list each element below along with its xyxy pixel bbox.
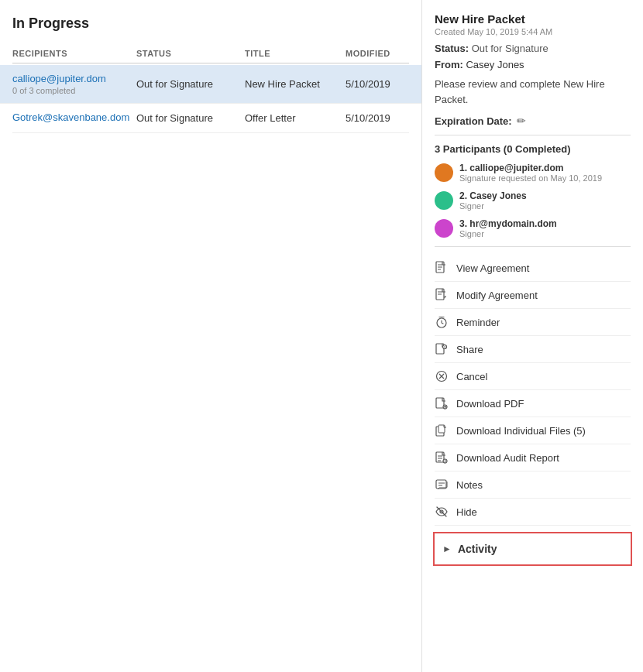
status-cell: Out for Signature bbox=[136, 111, 245, 125]
page-title: In Progress bbox=[12, 15, 409, 32]
download-audit-action[interactable]: Download Audit Report bbox=[435, 444, 631, 471]
col-modified: MODIFIED bbox=[346, 49, 423, 58]
participants-header: 3 Participants (0 Completed) bbox=[435, 143, 631, 155]
participant-info: 3. hr@mydomain.dom Signer bbox=[459, 218, 557, 238]
notes-label: Notes bbox=[456, 479, 483, 491]
status-label: Status: bbox=[435, 43, 469, 54]
doc-icon bbox=[435, 261, 449, 275]
action-list: View Agreement Modify Agreement bbox=[435, 255, 631, 526]
notes-action[interactable]: Notes bbox=[435, 471, 631, 499]
reminder-action[interactable]: Reminder bbox=[435, 309, 631, 336]
cancel-label: Cancel bbox=[456, 371, 487, 382]
participant-sub: Signature requested on May 10, 2019 bbox=[459, 173, 602, 183]
detail-message: Please review and complete New Hire Pack… bbox=[435, 77, 631, 107]
table-header: RECIPIENTS STATUS TITLE MODIFIED bbox=[12, 44, 409, 63]
recipient-cell: Gotrek@skavenbane.dom bbox=[12, 111, 136, 125]
doc-edit-icon bbox=[435, 288, 449, 302]
avatar bbox=[435, 163, 453, 182]
notes-icon bbox=[435, 478, 449, 492]
table-row[interactable]: Gotrek@skavenbane.dom Out for Signature … bbox=[12, 104, 409, 133]
table-row[interactable]: calliope@jupiter.dom 0 of 3 completed Ou… bbox=[0, 65, 421, 104]
modify-agreement-label: Modify Agreement bbox=[456, 290, 538, 301]
from-value: Casey Jones bbox=[466, 59, 524, 70]
participant-info: 2. Casey Jones Signer bbox=[459, 190, 527, 211]
participant-item: 1. calliope@jupiter.dom Signature reques… bbox=[435, 163, 631, 183]
edit-expiry-icon[interactable]: ✏ bbox=[517, 115, 526, 127]
col-status: STATUS bbox=[136, 49, 245, 58]
participant-number-name: 3. hr@mydomain.dom bbox=[459, 218, 557, 229]
recipient-sub: 0 of 3 completed bbox=[12, 86, 136, 95]
detail-created: Created May 10, 2019 5:44 AM bbox=[435, 27, 631, 36]
clock-icon bbox=[435, 315, 449, 329]
detail-status: Status: Out for Signature bbox=[435, 43, 631, 54]
title-cell: Offer Letter bbox=[245, 111, 346, 125]
reminder-label: Reminder bbox=[456, 317, 500, 328]
hide-icon bbox=[435, 505, 449, 519]
activity-label: Activity bbox=[458, 543, 497, 555]
detail-from: From: Casey Jones bbox=[435, 59, 631, 70]
status-value: Out for Signature bbox=[472, 43, 548, 54]
files-icon bbox=[435, 423, 449, 437]
download-audit-label: Download Audit Report bbox=[456, 452, 559, 464]
col-recipients: RECIPIENTS bbox=[12, 49, 136, 58]
expiry-label: Expiration Date: bbox=[435, 115, 512, 127]
modify-agreement-action[interactable]: Modify Agreement bbox=[435, 282, 631, 309]
share-action[interactable]: Share bbox=[435, 336, 631, 363]
view-agreement-label: View Agreement bbox=[456, 262, 529, 274]
divider bbox=[435, 135, 631, 135]
hide-label: Hide bbox=[456, 506, 477, 518]
download-pdf-action[interactable]: Download PDF bbox=[435, 390, 631, 417]
participant-item: 3. hr@mydomain.dom Signer bbox=[435, 218, 631, 238]
view-agreement-action[interactable]: View Agreement bbox=[435, 255, 631, 282]
hide-action[interactable]: Hide bbox=[435, 499, 631, 526]
recipient-email: Gotrek@skavenbane.dom bbox=[12, 111, 136, 123]
avatar bbox=[435, 219, 453, 238]
recipient-cell: calliope@jupiter.dom 0 of 3 completed bbox=[12, 73, 136, 95]
participant-sub: Signer bbox=[459, 201, 527, 211]
svg-rect-12 bbox=[436, 480, 446, 489]
avatar bbox=[435, 191, 453, 210]
participant-number-name: 1. calliope@jupiter.dom bbox=[459, 163, 602, 173]
share-icon bbox=[435, 342, 449, 356]
cancel-icon bbox=[435, 369, 449, 383]
title-cell: New Hire Packet bbox=[245, 73, 346, 95]
left-panel: In Progress RECIPIENTS STATUS TITLE MODI… bbox=[0, 0, 422, 672]
col-title: TITLE bbox=[245, 49, 346, 58]
modified-cell: 5/10/2019 bbox=[346, 111, 423, 125]
participant-item: 2. Casey Jones Signer bbox=[435, 190, 631, 211]
cancel-action[interactable]: Cancel bbox=[435, 363, 631, 390]
download-pdf-label: Download PDF bbox=[456, 398, 524, 410]
download-individual-label: Download Individual Files (5) bbox=[456, 425, 586, 437]
share-label: Share bbox=[456, 344, 483, 355]
recipient-email: calliope@jupiter.dom bbox=[12, 73, 136, 84]
detail-title: New Hire Packet bbox=[435, 12, 631, 26]
participant-number-name: 2. Casey Jones bbox=[459, 190, 527, 201]
right-panel: New Hire Packet Created May 10, 2019 5:4… bbox=[422, 0, 643, 672]
participant-sub: Signer bbox=[459, 229, 557, 238]
modified-cell: 5/10/2019 bbox=[346, 73, 423, 95]
divider-2 bbox=[435, 246, 631, 247]
from-label: From: bbox=[435, 59, 463, 70]
download-individual-action[interactable]: Download Individual Files (5) bbox=[435, 417, 631, 444]
chevron-right-icon: ► bbox=[442, 543, 452, 554]
detail-expiry: Expiration Date: ✏ bbox=[435, 115, 631, 127]
participant-info: 1. calliope@jupiter.dom Signature reques… bbox=[459, 163, 602, 183]
activity-bar[interactable]: ► Activity bbox=[433, 532, 632, 566]
audit-icon bbox=[435, 451, 449, 465]
status-cell: Out for Signature bbox=[136, 73, 245, 95]
pdf-icon bbox=[435, 396, 449, 410]
